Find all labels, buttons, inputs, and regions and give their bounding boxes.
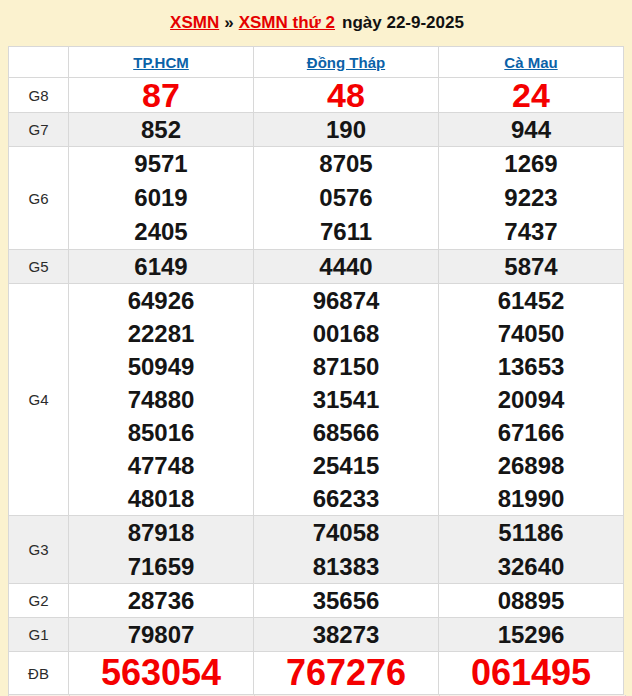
table-header-row: TP.HCM Đồng Tháp Cà Mau: [9, 47, 624, 78]
prize-number: 26898: [439, 449, 623, 482]
page-title: XSMN » XSMN thứ 2 ngày 22-9-2025: [0, 0, 632, 46]
prize-number: 87918: [69, 516, 253, 550]
prize-number: 5874: [439, 250, 623, 283]
prize-number: 31541: [254, 383, 438, 416]
prize-cell: 563054: [69, 652, 254, 695]
prize-label: G2: [9, 584, 69, 618]
title-separator: »: [224, 13, 233, 33]
prize-cell: 061495: [439, 652, 624, 695]
prize-row-g3: G3879187165974058813835118632640: [9, 516, 624, 584]
prize-number: 852: [69, 113, 253, 146]
prize-row-g1: G1798073827315296: [9, 618, 624, 652]
prize-number: 81990: [439, 482, 623, 515]
prize-cell: 87: [69, 78, 254, 113]
prize-number: 767276: [254, 652, 438, 694]
prize-number: 1269: [439, 147, 623, 181]
xsmn-link[interactable]: XSMN: [170, 13, 219, 33]
prize-number: 47748: [69, 449, 253, 482]
prize-number: 48018: [69, 482, 253, 515]
prize-number: 08895: [439, 584, 623, 617]
prize-number: 22281: [69, 317, 253, 350]
xsmn-results-page: XSMN » XSMN thứ 2 ngày 22-9-2025 TP.HCM …: [0, 0, 632, 696]
prize-number: 0576: [254, 181, 438, 215]
prize-row-g5: G5614944405874: [9, 250, 624, 284]
prize-number: 7437: [439, 215, 623, 249]
prize-label: G1: [9, 618, 69, 652]
prize-number: 15296: [439, 618, 623, 651]
prize-number: 64926: [69, 284, 253, 317]
prize-cell: 7405881383: [254, 516, 439, 584]
prize-number: 68566: [254, 416, 438, 449]
prize-number: 6019: [69, 181, 253, 215]
prize-cell: 24: [439, 78, 624, 113]
prize-cell: 35656: [254, 584, 439, 618]
prize-row-g8: G8874824: [9, 78, 624, 113]
prize-number: 51186: [439, 516, 623, 550]
prize-number: 61452: [439, 284, 623, 317]
prize-number: 67166: [439, 416, 623, 449]
prize-number: 74880: [69, 383, 253, 416]
prize-cell: 38273: [254, 618, 439, 652]
prize-cell: 96874001688715031541685662541566233: [254, 284, 439, 516]
prize-number: 38273: [254, 618, 438, 651]
prize-number: 32640: [439, 550, 623, 584]
prize-row-g4: G464926222815094974880850164774848018968…: [9, 284, 624, 516]
prize-number: 48: [254, 78, 438, 112]
prize-cell: 15296: [439, 618, 624, 652]
prize-row-g2: G2287363565608895: [9, 584, 624, 618]
prize-number: 6149: [69, 250, 253, 283]
prize-label: G6: [9, 147, 69, 250]
prize-cell: 6149: [69, 250, 254, 284]
prize-row-g6: G6957160192405870505767611126992237437: [9, 147, 624, 250]
prize-number: 24: [439, 78, 623, 112]
title-date: ngày 22-9-2025: [342, 13, 464, 33]
prize-cell: 190: [254, 113, 439, 147]
prize-cell: 957160192405: [69, 147, 254, 250]
prize-number: 96874: [254, 284, 438, 317]
prize-number: 13653: [439, 350, 623, 383]
prize-number: 944: [439, 113, 623, 146]
prize-cell: 8791871659: [69, 516, 254, 584]
prize-number: 061495: [439, 652, 623, 694]
prize-cell: 48: [254, 78, 439, 113]
prize-number: 35656: [254, 584, 438, 617]
prize-number: 87150: [254, 350, 438, 383]
prize-number: 9571: [69, 147, 253, 181]
prize-cell: 870505767611: [254, 147, 439, 250]
column-header-tphcm: TP.HCM: [69, 47, 254, 78]
prize-cell: 944: [439, 113, 624, 147]
prize-cell: 61452740501365320094671662689881990: [439, 284, 624, 516]
lottery-results-table: TP.HCM Đồng Tháp Cà Mau G8874824G7852190…: [8, 46, 624, 695]
prize-number: 190: [254, 113, 438, 146]
prize-label: ĐB: [9, 652, 69, 695]
prize-cell: 5874: [439, 250, 624, 284]
province-link-dongthap[interactable]: Đồng Tháp: [307, 54, 385, 71]
column-header-camau: Cà Mau: [439, 47, 624, 78]
prize-number: 25415: [254, 449, 438, 482]
prize-row-đb: ĐB563054767276061495: [9, 652, 624, 695]
xsmn-day-link[interactable]: XSMN thứ 2: [239, 13, 335, 33]
prize-number: 20094: [439, 383, 623, 416]
prize-cell: 126992237437: [439, 147, 624, 250]
prize-row-g7: G7852190944: [9, 113, 624, 147]
prize-label: G4: [9, 284, 69, 516]
province-link-tphcm[interactable]: TP.HCM: [133, 54, 189, 71]
prize-cell: 79807: [69, 618, 254, 652]
prize-cell: 64926222815094974880850164774848018: [69, 284, 254, 516]
prize-cell: 767276: [254, 652, 439, 695]
prize-cell: 5118632640: [439, 516, 624, 584]
prize-label: G7: [9, 113, 69, 147]
prize-number: 74058: [254, 516, 438, 550]
prize-label: G8: [9, 78, 69, 113]
prize-number: 66233: [254, 482, 438, 515]
prize-number: 9223: [439, 181, 623, 215]
prize-number: 8705: [254, 147, 438, 181]
prize-number: 74050: [439, 317, 623, 350]
prize-label: G5: [9, 250, 69, 284]
prize-label: G3: [9, 516, 69, 584]
province-link-camau[interactable]: Cà Mau: [504, 54, 557, 71]
prize-cell: 4440: [254, 250, 439, 284]
prize-number: 00168: [254, 317, 438, 350]
corner-cell: [9, 47, 69, 78]
prize-number: 87: [69, 78, 253, 112]
